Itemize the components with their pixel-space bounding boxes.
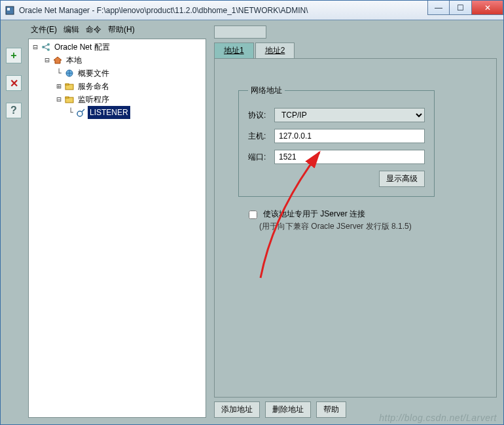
show-advanced-button[interactable]: 显示高级 bbox=[379, 171, 425, 187]
close-button[interactable]: ✕ bbox=[472, 1, 503, 15]
app-icon bbox=[5, 5, 15, 16]
svg-line-5 bbox=[43, 44, 48, 47]
delete-tool-button[interactable]: ✕ bbox=[6, 75, 22, 91]
tree-node-profile[interactable]: └ 概要文件 bbox=[55, 67, 206, 80]
svg-rect-1 bbox=[7, 8, 10, 10]
tree-label-selected: LISTENER bbox=[88, 106, 130, 119]
leaf-marker: └ bbox=[55, 67, 63, 80]
expand-toggle[interactable]: ⊟ bbox=[55, 93, 63, 106]
jserver-checkbox[interactable] bbox=[249, 211, 257, 219]
expand-toggle[interactable]: ⊟ bbox=[31, 41, 39, 54]
tool-column: + ✕ ? bbox=[2, 22, 26, 423]
title-bar[interactable]: Oracle Net Manager - F:\app\lenovo\produ… bbox=[1, 1, 503, 20]
left-panel: 文件(E) 编辑 命令 帮助(H) ⊟ Oracle Net 配置 bbox=[26, 22, 209, 423]
tree-node-root[interactable]: ⊟ Oracle Net 配置 bbox=[31, 41, 206, 54]
right-panel: 地址1 地址2 网络地址 协议: TCP/IP 主机: bbox=[209, 22, 502, 423]
folder-icon bbox=[64, 81, 75, 92]
svg-line-14 bbox=[82, 109, 84, 112]
menu-edit[interactable]: 编辑 bbox=[63, 24, 79, 35]
tree-label: 概要文件 bbox=[76, 67, 111, 80]
protocol-select[interactable]: TCP/IP bbox=[274, 108, 425, 122]
svg-point-13 bbox=[77, 111, 82, 116]
jserver-hint: (用于向下兼容 Oracle JServer 发行版 8.1.5) bbox=[246, 221, 483, 232]
house-icon bbox=[52, 55, 63, 65]
dropdown-stub[interactable] bbox=[214, 26, 266, 39]
tree-label: 服务命名 bbox=[76, 80, 111, 93]
add-address-button[interactable]: 添加地址 bbox=[214, 401, 260, 418]
minimize-button[interactable]: — bbox=[427, 1, 450, 15]
tab-address1[interactable]: 地址1 bbox=[214, 42, 254, 58]
help-button[interactable]: 帮助 bbox=[316, 401, 346, 418]
host-row: 主机: bbox=[248, 129, 425, 143]
svg-rect-12 bbox=[65, 97, 69, 98]
svg-marker-7 bbox=[54, 57, 62, 63]
port-input[interactable] bbox=[274, 150, 425, 164]
expand-toggle[interactable]: ⊞ bbox=[55, 80, 63, 93]
menu-bar: 文件(E) 编辑 命令 帮助(H) bbox=[26, 22, 209, 37]
help-tool-button[interactable]: ? bbox=[6, 103, 22, 118]
tree-label: 监听程序 bbox=[76, 93, 111, 106]
network-icon bbox=[41, 42, 51, 52]
window-buttons: — ☐ ✕ bbox=[427, 1, 503, 20]
jserver-text: 使该地址专用于 JServer 连接 bbox=[263, 209, 365, 220]
add-tool-button[interactable]: + bbox=[6, 48, 22, 63]
tree-node-naming[interactable]: ⊞ 服务命名 bbox=[55, 80, 206, 93]
tab-address2[interactable]: 地址2 bbox=[255, 42, 295, 58]
menu-command[interactable]: 命令 bbox=[86, 24, 101, 35]
protocol-row: 协议: TCP/IP bbox=[248, 108, 425, 122]
maximize-button[interactable]: ☐ bbox=[450, 1, 472, 15]
advanced-row: 显示高级 bbox=[248, 171, 425, 187]
port-row: 端口: bbox=[248, 150, 425, 164]
tree-label: Oracle Net 配置 bbox=[52, 41, 112, 54]
leaf-marker: └ bbox=[67, 106, 75, 119]
group-legend: 网络地址 bbox=[248, 85, 285, 96]
folder-icon bbox=[64, 94, 75, 105]
protocol-label: 协议: bbox=[248, 110, 274, 121]
tree-label: 本地 bbox=[64, 54, 84, 67]
tree-node-listeners[interactable]: ⊟ 监听程序 bbox=[55, 93, 206, 106]
tree-node-local[interactable]: ⊟ 本地 bbox=[43, 54, 206, 67]
host-label: 主机: bbox=[248, 131, 274, 142]
watermark: http://blog.csdn.net/Larvert bbox=[379, 413, 497, 423]
network-address-group: 网络地址 协议: TCP/IP 主机: 端口: bbox=[238, 85, 435, 197]
port-label: 端口: bbox=[248, 152, 274, 163]
config-tree[interactable]: ⊟ Oracle Net 配置 ⊟ 本地 bbox=[29, 41, 206, 119]
host-input[interactable] bbox=[274, 129, 425, 143]
address-tabs: 地址1 地址2 bbox=[214, 42, 497, 58]
remove-address-button[interactable]: 删除地址 bbox=[265, 401, 311, 418]
menu-help[interactable]: 帮助(H) bbox=[108, 24, 135, 35]
jserver-block: 使该地址专用于 JServer 连接 (用于向下兼容 Oracle JServe… bbox=[237, 209, 483, 232]
svg-rect-10 bbox=[65, 84, 69, 85]
svg-line-6 bbox=[43, 47, 48, 50]
expand-toggle[interactable]: ⊟ bbox=[43, 54, 51, 67]
tree-container: ⊟ Oracle Net 配置 ⊟ 本地 bbox=[28, 39, 206, 418]
client-area: + ✕ ? 文件(E) 编辑 命令 帮助(H) ⊟ O bbox=[1, 20, 503, 424]
tab-body: 网络地址 协议: TCP/IP 主机: 端口: bbox=[214, 58, 497, 398]
globe-icon bbox=[64, 68, 75, 78]
menu-file[interactable]: 文件(E) bbox=[31, 24, 57, 35]
listener-icon bbox=[76, 107, 86, 118]
jserver-checkbox-label[interactable]: 使该地址专用于 JServer 连接 bbox=[246, 209, 483, 221]
tree-node-listener[interactable]: └ LISTENER bbox=[67, 106, 206, 119]
window-title: Oracle Net Manager - F:\app\lenovo\produ… bbox=[19, 6, 427, 15]
app-window: Oracle Net Manager - F:\app\lenovo\produ… bbox=[0, 0, 504, 425]
